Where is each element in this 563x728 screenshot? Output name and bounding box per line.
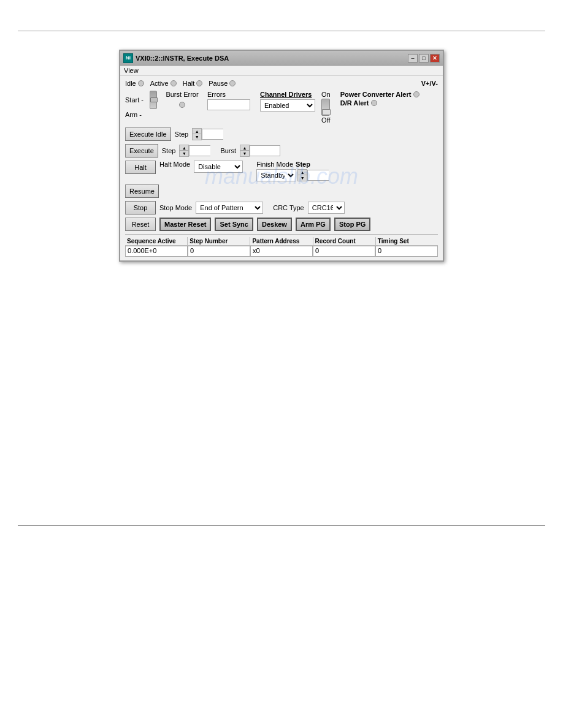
step-spinner-1-up[interactable]: ▲	[193, 129, 201, 134]
stop-pg-button[interactable]: Stop PG	[334, 218, 370, 231]
on-off-thumb	[322, 109, 331, 115]
col-record-count: Record Count	[313, 237, 376, 245]
start-arm-group: Start - Arm -	[125, 91, 157, 118]
on-label: On	[321, 91, 331, 98]
resume-button[interactable]: Resume	[125, 184, 159, 198]
burst-value[interactable]: 1	[250, 145, 280, 156]
halt-mode-label: Halt Mode	[159, 161, 190, 168]
channel-drivers-label: Channel Drivers	[260, 91, 312, 98]
finish-step-up[interactable]: ▲	[298, 170, 307, 175]
status-halt: Halt	[183, 80, 203, 87]
menu-item-view[interactable]: View	[124, 67, 139, 74]
app-icon-label: NI	[126, 55, 131, 61]
start-slider-thumb	[150, 97, 158, 102]
active-label: Active	[150, 80, 169, 87]
errors-input[interactable]: 0	[207, 99, 250, 110]
start-arm-row: Start - Arm - Burst Error	[125, 91, 438, 124]
execute-idle-row: Execute Idle Step ▲ ▼ 0	[125, 127, 438, 141]
start-label: Start -	[125, 96, 148, 104]
finish-step-value[interactable]: 0	[307, 170, 329, 181]
arm-slider-container: Arm -	[125, 111, 148, 118]
step-spinner-1-down[interactable]: ▼	[193, 134, 201, 140]
finish-step-spinner: ▲ ▼ 0	[297, 169, 329, 181]
active-led	[170, 80, 177, 86]
crc-type-dropdown[interactable]: CRC16 CRC32	[308, 202, 345, 214]
finish-step-down[interactable]: ▼	[298, 175, 307, 181]
val-sequence-active: 0.000E+0	[125, 246, 188, 257]
window-title: VXI0::2::INSTR, Execute DSA	[136, 55, 229, 62]
burst-spinner-down[interactable]: ▼	[240, 151, 249, 156]
finish-mode-label: Finish Mode	[256, 161, 293, 168]
resume-row: Resume	[125, 184, 438, 198]
finish-mode-dropdown[interactable]: Standby Active	[256, 169, 296, 181]
errors-group: Errors 0	[207, 91, 250, 110]
status-idle: Idle	[125, 80, 144, 87]
halt-led	[196, 80, 202, 86]
step-spinner-2: ▲ ▼ 1	[179, 145, 210, 157]
step-value-1[interactable]: 0	[202, 129, 223, 140]
finish-mode-controls: Standby Active ▲ ▼ 0	[256, 169, 329, 181]
errors-label: Errors	[207, 91, 226, 98]
burst-spinner-buttons: ▲ ▼	[240, 145, 250, 157]
burst-error-group: Burst Error	[161, 91, 204, 108]
execute-idle-button[interactable]: Execute Idle	[125, 127, 171, 141]
finish-mode-group: Finish Mode Step Standby Active ▲	[256, 161, 329, 181]
col-sequence-active: Sequence Active	[125, 237, 188, 245]
deskew-button[interactable]: Deskew	[257, 218, 292, 231]
burst-error-led	[179, 102, 185, 108]
step-label-1: Step	[175, 131, 189, 138]
finish-mode-step-label: Step	[296, 161, 310, 168]
halt-status-label: Halt	[183, 80, 195, 87]
val-record-count: 0	[313, 246, 375, 257]
on-off-slider[interactable]	[321, 99, 330, 116]
power-converter-label: Power Converter Alert	[340, 91, 412, 98]
alerts-group: Power Converter Alert D/R Alert	[340, 91, 420, 107]
step-spinner-2-down[interactable]: ▼	[180, 151, 188, 156]
dr-alert-label: D/R Alert	[340, 99, 369, 107]
status-row: Idle Active Halt Pause V+	[125, 80, 438, 87]
close-button[interactable]: ✕	[430, 54, 440, 63]
master-reset-button[interactable]: Master Reset	[159, 218, 211, 231]
maximize-button[interactable]: □	[419, 54, 429, 63]
start-slider-container: Start -	[125, 91, 157, 109]
pause-led	[229, 80, 236, 86]
arm-pg-button[interactable]: Arm PG	[296, 218, 331, 231]
execute-button[interactable]: Execute	[125, 144, 158, 157]
burst-spinner-up[interactable]: ▲	[240, 145, 249, 151]
stop-button[interactable]: Stop	[125, 201, 156, 214]
val-timing-set: 0	[375, 246, 438, 257]
channel-drivers-group: Channel Drivers Enabled Disabled	[260, 91, 315, 112]
step-spinner-2-up[interactable]: ▲	[180, 145, 188, 151]
on-off-group: On Off	[321, 91, 331, 124]
col-pattern-address: Pattern Address	[250, 237, 313, 245]
burst-label: Burst	[220, 147, 236, 154]
set-sync-button[interactable]: Set Sync	[215, 218, 253, 231]
top-rule	[18, 31, 545, 31]
start-slider[interactable]	[150, 91, 157, 109]
bottom-rule	[18, 525, 545, 526]
dr-alert: D/R Alert	[340, 99, 420, 107]
title-bar: NI VXI0::2::INSTR, Execute DSA – □ ✕	[120, 51, 443, 66]
halt-button[interactable]: Halt	[125, 161, 156, 174]
finish-mode-header-row: Finish Mode Step	[256, 161, 329, 168]
status-active: Active	[150, 80, 177, 87]
arm-label: Arm -	[125, 111, 148, 118]
application-window: manualslib.com NI VXI0::2::INSTR, Execut…	[119, 50, 444, 262]
status-table-header: Sequence Active Step Number Pattern Addr…	[125, 237, 438, 246]
power-converter-alert: Power Converter Alert	[340, 91, 420, 98]
step-value-2[interactable]: 1	[189, 145, 210, 156]
channel-drivers-dropdown[interactable]: Enabled Disabled	[260, 99, 315, 112]
burst-error-label: Burst Error	[166, 91, 198, 98]
title-controls: – □ ✕	[408, 54, 440, 63]
halt-row: Halt Halt Mode Disable Enable Finish Mod…	[125, 161, 438, 181]
status-table: Sequence Active Step Number Pattern Addr…	[125, 234, 438, 257]
burst-spinner: ▲ ▼ 1	[240, 145, 280, 157]
step-label-2: Step	[162, 147, 176, 154]
halt-mode-dropdown[interactable]: Disable Enable	[194, 161, 243, 173]
stop-mode-dropdown[interactable]: End of Pattern Immediate	[196, 202, 263, 214]
reset-button[interactable]: Reset	[125, 218, 156, 231]
minimize-button[interactable]: –	[408, 54, 418, 63]
dr-alert-led	[371, 100, 377, 106]
step-spinner-2-buttons: ▲ ▼	[179, 145, 189, 157]
window-frame: NI VXI0::2::INSTR, Execute DSA – □ ✕ Vie…	[119, 50, 444, 262]
